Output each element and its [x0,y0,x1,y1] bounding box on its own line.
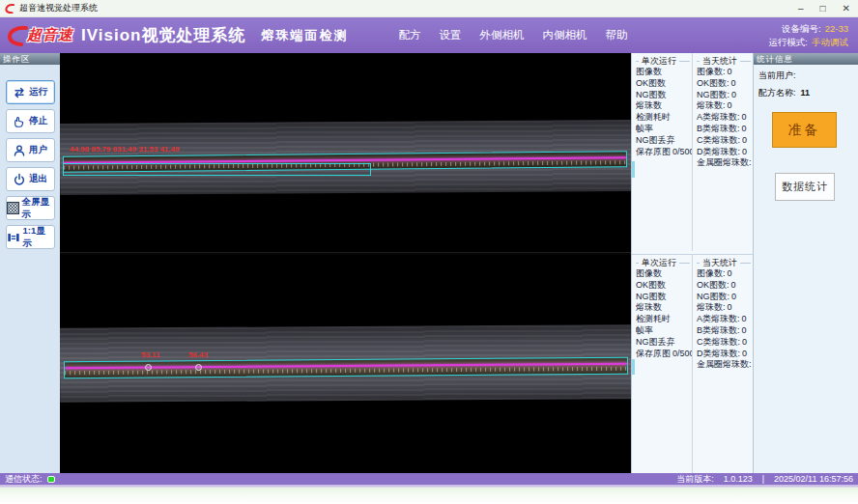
user-button[interactable]: 用户 [6,138,55,162]
measurement-label: 53.11 [141,350,160,359]
user-button-label: 用户 [29,144,47,156]
defect-marker [145,364,152,371]
menu-item-outer-camera[interactable]: 外侧相机 [479,28,524,42]
app-title: IVision视觉处理系统 [81,24,245,46]
current-user-row: 当前用户: [754,70,858,82]
stat-row: 金属圈熔珠数:0 [697,157,753,169]
run-button-label: 运行 [29,86,47,98]
today-stats-group: 当天统计 图像数:0 OK图数:0 NG图数:0 熔珠数:0 A类熔珠数:0 B… [692,53,753,251]
fullscreen-button-label: 全屏显示 [22,196,54,221]
stat-row: 图像数 [636,268,692,280]
stat-row: 帧率 [636,325,692,337]
menu-item-settings[interactable]: 设置 [439,28,461,42]
stat-row: OK图数 [636,280,692,292]
stat-row: 熔珠数 [636,100,692,112]
power-icon [13,173,26,186]
inner-stats-panel: 单次运行 图像数 OK图数 NG图数 熔珠数 检测耗时 帧率 NG图丢弃 保存原… [632,254,753,473]
sidebar-title: 操作区 [0,53,60,65]
stat-row: D类熔珠数:0 [697,349,753,360]
stat-row: NG图数:0 [697,90,753,101]
today-stats-title: 当天统计 [697,55,753,67]
user-icon [13,144,26,157]
scrollbar-thumb[interactable] [632,359,635,375]
stop-button[interactable]: 停止 [6,109,55,133]
one-to-one-button[interactable]: 1:1显示 [6,225,55,249]
stat-row: 保存原图0/500 [636,147,692,158]
stat-row: D类熔珠数:0 [697,147,753,158]
today-stats-group: 当天统计 图像数:0 OK图数:0 NG图数:0 熔珠数:0 A类熔珠数:0 B… [692,255,753,473]
maximize-icon[interactable]: □ [820,0,826,17]
stat-row: B类熔珠数:0 [697,124,753,135]
menu-item-recipe[interactable]: 配方 [398,28,420,42]
statusbar-separator: | [762,474,764,484]
measurement-label: 56.43 [188,350,208,359]
stat-row: A类熔珠数:0 [697,112,753,124]
stat-row: C类熔珠数:0 [697,337,753,349]
stat-row: 帧率 [636,124,692,135]
exit-button[interactable]: 退出 [6,167,55,191]
run-arrows-icon [13,86,26,99]
comm-status-led [47,476,55,483]
run-mode-value: 手动调试 [812,37,848,47]
fullscreen-button[interactable]: 全屏显示 [6,196,55,220]
stat-row: B类熔珠数:0 [697,325,753,337]
exit-button-label: 退出 [29,173,47,185]
status-bar: 通信状态: 当前版本: 1.0.123 | 2025/02/11 16:57:5… [0,473,858,485]
statistics-column: 单次运行 图像数 OK图数 NG图数 熔珠数 检测耗时 帧率 NG图丢弃 保存原… [631,53,753,473]
menu-item-inner-camera[interactable]: 内侧相机 [542,28,586,42]
one-to-one-button-label: 1:1显示 [23,225,54,250]
minimize-icon[interactable]: – [798,0,804,17]
single-run-group: 单次运行 图像数 OK图数 NG图数 熔珠数 检测耗时 帧率 NG图丢弃 保存原… [632,53,692,251]
stat-row: 检测耗时 [636,314,692,325]
scrollbar-thumb[interactable] [632,161,635,178]
stat-row: C类熔珠数:0 [697,135,753,147]
comm-status-label: 通信状态: [5,473,43,486]
menu-item-help[interactable]: 帮助 [605,28,627,42]
data-statistics-button[interactable]: 数据统计 [775,173,835,201]
stat-row: NG图数:0 [697,292,753,303]
app-header: 超音速 IVision视觉处理系统 熔珠端面检测 配方 设置 外侧相机 内侧相机… [0,17,858,53]
stat-row: OK图数 [636,78,692,90]
run-button[interactable]: 运行 [6,80,55,104]
stat-row: OK图数:0 [697,78,753,90]
run-mode-label: 运行模式: [768,37,808,47]
app-window: 超音速视觉处理系统 – □ ✕ 超音速 IVision视觉处理系统 熔珠端面检测… [0,0,858,504]
stat-row: 熔珠数 [636,302,692,314]
os-titlebar: 超音速视觉处理系统 – □ ✕ [0,0,858,17]
current-user-label: 当前用户: [758,70,796,80]
stat-row: 金属圈熔珠数:0 [697,359,753,371]
close-icon[interactable]: ✕ [843,0,850,17]
version-label: 当前版本: [676,473,714,486]
stat-row: 图像数 [636,67,692,78]
viewport-column: 44.98 85.79 831.49 31.53 41.49 53.11 56.… [60,53,631,473]
device-number-label: 设备编号: [782,23,821,34]
stat-row: NG图数 [636,90,692,101]
brand-logo-text: 超音速 [27,26,73,44]
defect-marker [195,364,202,371]
recipe-name-label: 配方名称: [758,88,796,98]
prepare-button[interactable]: 准备 [772,112,837,148]
main-body: 操作区 运行 停止 用户 [0,53,858,473]
stat-row: 保存原图0/500 [636,349,692,360]
brand-logo: 超音速 [6,23,73,48]
outer-camera-viewport[interactable]: 44.98 85.79 831.49 31.53 41.49 [60,53,631,252]
single-run-title: 单次运行 [636,55,692,67]
recipe-name-value: 11 [801,88,811,98]
inner-camera-viewport[interactable]: 53.11 56.43 [60,255,631,473]
fullscreen-grid-icon [7,202,19,214]
today-stats-title: 当天统计 [697,257,753,268]
stat-row: NG图丢弃 [636,337,692,349]
one-to-one-icon [7,231,20,244]
desktop-strip [0,485,858,504]
stat-row: NG图数 [636,292,692,303]
stat-row: A类熔珠数:0 [697,314,753,325]
os-window-title: 超音速视觉处理系统 [19,2,98,14]
outer-stats-panel: 单次运行 图像数 OK图数 NG图数 熔珠数 检测耗时 帧率 NG图丢弃 保存原… [632,53,753,251]
measurement-annotation: 44.98 85.79 831.49 31.53 41.49 [70,145,179,154]
stat-row: 检测耗时 [636,112,692,124]
app-logo-icon [5,3,15,14]
single-run-group: 单次运行 图像数 OK图数 NG图数 熔珠数 检测耗时 帧率 NG图丢弃 保存原… [632,255,692,473]
app-subtitle: 熔珠端面检测 [261,27,348,44]
stat-row: 熔珠数:0 [697,302,753,314]
operation-sidebar: 操作区 运行 停止 用户 [0,53,60,473]
